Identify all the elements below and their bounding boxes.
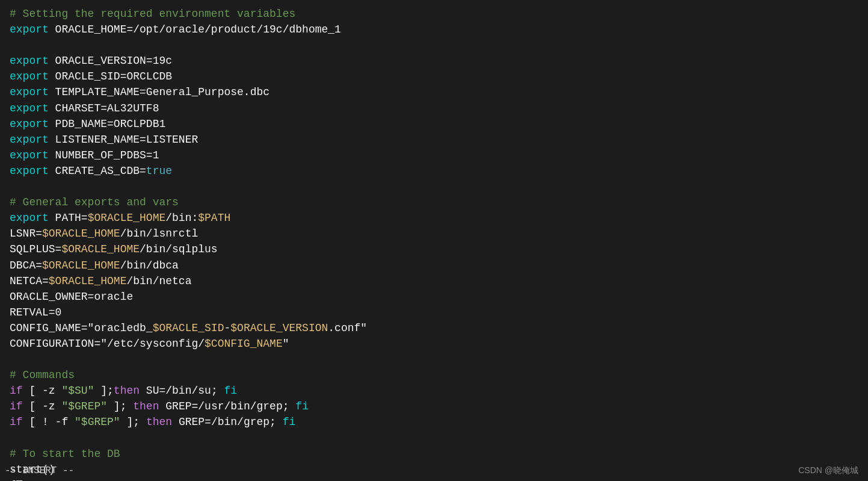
line-25: if [ -z "$SU" ];then SU=/bin/su; fi xyxy=(10,383,858,399)
line-27: if [ ! -f "$GREP" ]; then GREP=/bin/grep… xyxy=(10,414,858,430)
line-6: export TEMPLATE_NAME=General_Purpose.dbc xyxy=(10,84,858,100)
line-22: CONFIGURATION="/etc/sysconfig/$CONFIG_NA… xyxy=(10,336,858,352)
line-11: export CREATE_AS_CDB=true xyxy=(10,163,858,179)
line-7: export CHARSET=AL32UTF8 xyxy=(10,101,858,116)
code-editor: # Setting the required environment varia… xyxy=(0,0,868,481)
line-19: ORACLE_OWNER=oracle xyxy=(10,289,858,305)
line-31: { xyxy=(10,477,858,481)
line-10: export NUMBER_OF_PDBS=1 xyxy=(10,147,858,163)
line-1: # Setting the required environment varia… xyxy=(10,6,858,22)
line-5: export ORACLE_SID=ORCLCDB xyxy=(10,69,858,84)
line-4: export ORACLE_VERSION=19c xyxy=(10,53,858,69)
line-30: start() xyxy=(10,462,858,477)
line-9: export LISTENER_NAME=LISTENER xyxy=(10,132,858,147)
line-24: # Commands xyxy=(10,367,858,383)
line-20: RETVAL=0 xyxy=(10,305,858,320)
line-13: # General exports and vars xyxy=(10,194,858,210)
line-blank-4 xyxy=(10,430,858,446)
watermark: CSDN @晓俺城 xyxy=(798,465,858,476)
line-21: CONFIG_NAME="oracledb_$ORACLE_SID-$ORACL… xyxy=(10,320,858,336)
line-blank-2 xyxy=(10,179,858,194)
line-blank-1 xyxy=(10,37,858,53)
insert-mode-indicator: -- INSERT -- xyxy=(5,465,74,476)
line-14: export PATH=$ORACLE_HOME/bin:$PATH xyxy=(10,210,858,226)
line-17: DBCA=$ORACLE_HOME/bin/dbca xyxy=(10,258,858,273)
line-8: export PDB_NAME=ORCLPDB1 xyxy=(10,116,858,132)
line-2: export ORACLE_HOME=/opt/oracle/product/1… xyxy=(10,22,858,37)
line-18: NETCA=$ORACLE_HOME/bin/netca xyxy=(10,273,858,289)
line-15: LSNR=$ORACLE_HOME/bin/lsnrctl xyxy=(10,226,858,241)
line-16: SQLPLUS=$ORACLE_HOME/bin/sqlplus xyxy=(10,241,858,257)
line-26: if [ -z "$GREP" ]; then GREP=/usr/bin/gr… xyxy=(10,399,858,414)
line-blank-3 xyxy=(10,352,858,367)
line-29: # To start the DB xyxy=(10,446,858,462)
